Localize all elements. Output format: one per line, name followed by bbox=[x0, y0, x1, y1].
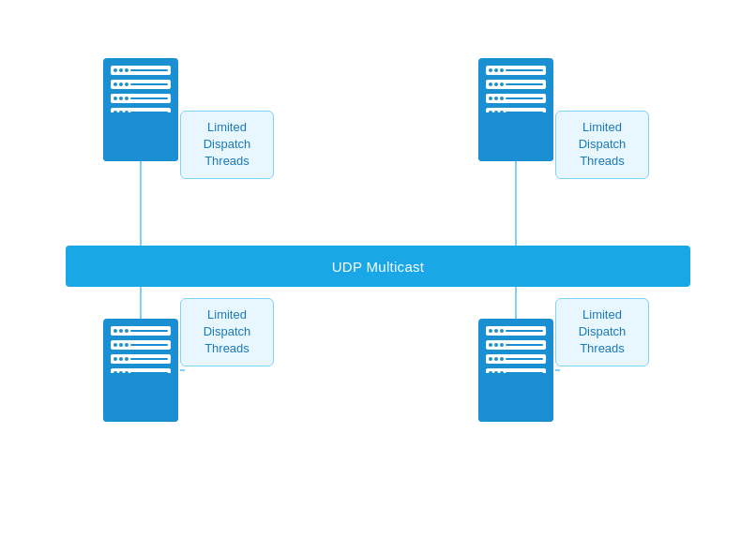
server-line bbox=[506, 69, 543, 71]
server-dot bbox=[113, 357, 117, 361]
server-dot bbox=[494, 357, 498, 361]
server-dot bbox=[494, 97, 498, 100]
server-row bbox=[486, 340, 546, 350]
server-top-right bbox=[478, 58, 553, 161]
diagram-container: UDP Multicast bbox=[0, 0, 756, 553]
server-dot bbox=[489, 357, 492, 361]
server-line bbox=[506, 358, 543, 360]
server-dot bbox=[119, 329, 123, 333]
server-dot bbox=[113, 82, 117, 86]
udp-bar-label: UDP Multicast bbox=[332, 259, 425, 275]
server-dot bbox=[113, 343, 117, 347]
server-top-left bbox=[103, 58, 178, 161]
server-rows bbox=[111, 66, 171, 117]
server-row bbox=[486, 66, 546, 75]
label-top-left: Limited Dispatch Threads bbox=[180, 111, 274, 179]
server-dot bbox=[500, 343, 504, 347]
server-row bbox=[111, 326, 171, 336]
server-bottom-right bbox=[478, 319, 553, 422]
server-row bbox=[111, 80, 171, 89]
server-dot bbox=[113, 329, 117, 333]
server-dot bbox=[489, 68, 492, 72]
label-top-right-text: Limited Dispatch Threads bbox=[579, 120, 627, 168]
server-dot bbox=[489, 97, 492, 100]
label-bottom-right: Limited Dispatch Threads bbox=[555, 298, 649, 366]
server-line bbox=[506, 344, 543, 346]
server-dot bbox=[500, 82, 504, 86]
server-dot bbox=[119, 343, 123, 347]
server-dot bbox=[494, 329, 498, 333]
server-dot bbox=[494, 68, 498, 72]
server-bottom bbox=[478, 373, 553, 422]
server-rows bbox=[486, 326, 546, 378]
server-dot bbox=[500, 68, 504, 72]
server-dot bbox=[119, 82, 123, 86]
server-dot bbox=[500, 357, 504, 361]
label-top-left-text: Limited Dispatch Threads bbox=[204, 120, 251, 168]
server-bottom bbox=[478, 112, 553, 161]
server-dot bbox=[125, 68, 129, 72]
server-bottom-left bbox=[103, 319, 178, 422]
label-bottom-left: Limited Dispatch Threads bbox=[180, 298, 274, 366]
server-dot bbox=[494, 82, 498, 86]
server-rows bbox=[111, 326, 171, 378]
server-dot bbox=[489, 82, 492, 86]
server-line bbox=[130, 330, 168, 332]
server-dot bbox=[494, 343, 498, 347]
server-line bbox=[130, 358, 168, 360]
server-dot bbox=[113, 97, 117, 100]
server-line bbox=[506, 83, 543, 85]
server-row bbox=[111, 354, 171, 364]
server-line bbox=[130, 69, 168, 71]
server-line bbox=[506, 330, 543, 332]
server-bottom bbox=[103, 112, 178, 161]
server-dot bbox=[500, 97, 504, 100]
server-dot bbox=[125, 329, 129, 333]
server-dot bbox=[119, 357, 123, 361]
server-row bbox=[111, 94, 171, 103]
server-dot bbox=[125, 82, 129, 86]
server-rows bbox=[486, 66, 546, 117]
udp-multicast-bar: UDP Multicast bbox=[66, 246, 690, 287]
server-dot bbox=[125, 357, 129, 361]
server-row bbox=[111, 66, 171, 75]
label-bottom-left-text: Limited Dispatch Threads bbox=[204, 307, 251, 355]
server-line bbox=[130, 83, 168, 85]
server-row bbox=[486, 80, 546, 89]
label-bottom-right-text: Limited Dispatch Threads bbox=[579, 307, 627, 355]
server-dot bbox=[489, 329, 492, 333]
server-line bbox=[130, 97, 168, 99]
server-row bbox=[486, 354, 546, 364]
server-dot bbox=[113, 68, 117, 72]
server-line bbox=[506, 97, 543, 99]
server-dot bbox=[119, 68, 123, 72]
server-dot bbox=[500, 329, 504, 333]
server-row bbox=[486, 326, 546, 336]
server-dot bbox=[119, 97, 123, 100]
server-dot bbox=[125, 343, 129, 347]
server-bottom bbox=[103, 373, 178, 422]
server-row bbox=[111, 340, 171, 350]
server-dot bbox=[125, 97, 129, 100]
server-dot bbox=[489, 343, 492, 347]
server-row bbox=[486, 94, 546, 103]
label-top-right: Limited Dispatch Threads bbox=[555, 111, 649, 179]
server-line bbox=[130, 344, 168, 346]
